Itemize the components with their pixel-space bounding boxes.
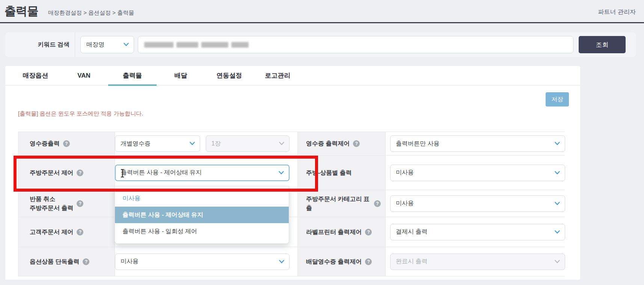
receipt-count-select: 1장 bbox=[206, 135, 290, 152]
row-controls: 출력버튼 사용 - 제어상태 유지 bbox=[115, 156, 297, 190]
page-header: 출력물 매장환경설정 > 옵션설정 > 출력물 파트너 관리자 bbox=[0, 0, 644, 23]
tab-integration[interactable]: 연동설정 bbox=[205, 66, 253, 85]
settings-table-wrap: 영수증출력 ? 개별영수증 1장 영수증 출력제어 ? bbox=[18, 132, 565, 276]
help-icon[interactable]: ? bbox=[353, 140, 360, 147]
chevron-down-icon bbox=[555, 142, 560, 146]
delivery-receipt-control-select: 완료시 출력 bbox=[390, 254, 565, 270]
masked-text-block bbox=[201, 42, 228, 48]
chevron-down-icon bbox=[124, 43, 129, 46]
help-icon[interactable]: ? bbox=[77, 229, 83, 236]
option-product-single-print-select[interactable]: 미사용 bbox=[115, 254, 290, 270]
chevron-down-icon bbox=[555, 202, 560, 206]
help-icon[interactable]: ? bbox=[63, 140, 70, 147]
content-card: 매장옵션 VAN 출력물 배달 연동설정 로고관리 저장 [출력물] 옵션은 윈… bbox=[5, 66, 580, 280]
row-label-receipt-print-control: 영수증 출력제어 ? bbox=[297, 132, 386, 155]
help-icon[interactable]: ? bbox=[365, 229, 372, 236]
help-icon[interactable]: ? bbox=[83, 258, 89, 265]
help-icon[interactable]: ? bbox=[77, 200, 83, 207]
row-controls: 결제시 출력 bbox=[386, 217, 565, 247]
chevron-down-icon bbox=[279, 171, 284, 175]
row-label-label-printer-control: 라벨프린터 출력제어 ? bbox=[297, 217, 386, 247]
receipt-type-select[interactable]: 개별영수증 bbox=[115, 135, 200, 152]
tab-printouts[interactable]: 출력물 bbox=[108, 66, 157, 85]
row-controls: 개별영수증 1장 bbox=[115, 132, 297, 155]
search-label-area: 키워드 검색 bbox=[5, 32, 75, 57]
tab-store-options[interactable]: 매장옵션 bbox=[11, 66, 60, 85]
tab-delivery[interactable]: 배달 bbox=[157, 66, 205, 85]
save-button[interactable]: 저장 bbox=[546, 92, 569, 106]
row-label-option-product-single-print: 옵션상품 단독출력 ? bbox=[18, 247, 115, 276]
row-label-kitchen-category-display: 주방주문서 카테고리 표출 ? bbox=[297, 190, 386, 217]
text-cursor bbox=[122, 169, 123, 177]
table-row: 주방주문서 제어 ? 출력버튼 사용 - 제어상태 유지 주방-상품별 출력 미… bbox=[18, 156, 564, 190]
table-row: 옵션상품 단독출력 ? 미사용 배달영수증 출력제어 ? 완료시 출력 bbox=[18, 247, 564, 276]
dropdown-option[interactable]: 출력버튼 사용 - 일회성 제어 bbox=[115, 223, 289, 240]
row-controls: 미사용 bbox=[115, 247, 297, 276]
tab-van[interactable]: VAN bbox=[60, 66, 108, 85]
help-icon[interactable]: ? bbox=[77, 170, 83, 176]
combo-dropdown-list: 미사용 출력버튼 사용 - 제어상태 유지 출력버튼 사용 - 일회성 제어 bbox=[115, 186, 289, 244]
row-label-kitchen-order-control: 주방주문서 제어 ? bbox=[18, 156, 115, 190]
dropdown-option-selected[interactable]: 출력버튼 사용 - 제어상태 유지 bbox=[115, 207, 289, 223]
row-controls: 출력버튼만 사용 bbox=[386, 132, 565, 155]
receipt-print-control-select[interactable]: 출력버튼만 사용 bbox=[390, 135, 565, 152]
breadcrumb: 매장환경설정 > 옵션설정 > 출력물 bbox=[48, 9, 134, 16]
row-controls: 미사용 bbox=[386, 156, 565, 190]
dropdown-option[interactable]: 미사용 bbox=[115, 190, 289, 207]
chevron-down-icon bbox=[279, 142, 284, 146]
masked-text-block bbox=[176, 42, 198, 48]
search-label: 키워드 검색 bbox=[38, 41, 69, 49]
help-icon[interactable]: ? bbox=[365, 258, 372, 265]
table-row: 영수증출력 ? 개별영수증 1장 영수증 출력제어 ? bbox=[18, 132, 564, 156]
kitchen-per-product-select[interactable]: 미사용 bbox=[390, 165, 565, 181]
row-label-customer-order-control: 고객주문서 제어 ? bbox=[18, 217, 115, 247]
user-role-label: 파트너 관리자 bbox=[598, 8, 636, 16]
page-title: 출력물 bbox=[5, 3, 38, 19]
chevron-down-icon bbox=[555, 171, 560, 175]
chevron-down-icon bbox=[555, 230, 560, 234]
settings-tabs: 매장옵션 VAN 출력물 배달 연동설정 로고관리 bbox=[5, 66, 580, 86]
chevron-down-icon bbox=[555, 260, 560, 264]
masked-text-block bbox=[231, 42, 249, 48]
help-icon[interactable]: ? bbox=[374, 200, 381, 207]
kitchen-order-control-combo[interactable]: 출력버튼 사용 - 제어상태 유지 bbox=[115, 165, 290, 181]
row-controls: 미사용 bbox=[386, 190, 565, 217]
label-printer-control-select[interactable]: 결제시 출력 bbox=[390, 224, 565, 240]
chevron-down-icon bbox=[279, 260, 284, 264]
search-type-select[interactable]: 매장명 bbox=[80, 36, 134, 53]
row-label-kitchen-per-product: 주방-상품별 출력 bbox=[297, 156, 386, 190]
tab-logo[interactable]: 로고관리 bbox=[253, 66, 302, 85]
table-row: 반품 취소주방주문서 출력 ? 주방주문서 카테고리 표출 ? 미사용 bbox=[18, 190, 564, 217]
search-type-value: 매장명 bbox=[86, 41, 104, 49]
chevron-down-icon bbox=[190, 142, 195, 146]
row-label-delivery-receipt-control: 배달영수증 출력제어 ? bbox=[297, 247, 386, 276]
row-label-return-cancel-kitchen-print: 반품 취소주방주문서 출력 ? bbox=[18, 190, 115, 217]
table-row: 고객주문서 제어 ? 라벨프린터 출력제어 ? 결제시 출력 bbox=[18, 217, 564, 247]
keyword-search-panel: 키워드 검색 매장명 조회 bbox=[5, 32, 636, 57]
row-controls: 완료시 출력 bbox=[386, 247, 565, 276]
settings-table: 영수증출력 ? 개별영수증 1장 영수증 출력제어 ? bbox=[18, 132, 565, 276]
notice-text: [출력물] 옵션은 윈도우 포스에만 적용 가능합니다. bbox=[18, 110, 580, 117]
row-label-receipt-print: 영수증출력 ? bbox=[18, 132, 115, 155]
masked-text-block bbox=[144, 42, 173, 48]
search-input[interactable] bbox=[138, 36, 573, 53]
kitchen-category-display-select[interactable]: 미사용 bbox=[390, 195, 565, 212]
search-submit-button[interactable]: 조회 bbox=[579, 36, 626, 53]
